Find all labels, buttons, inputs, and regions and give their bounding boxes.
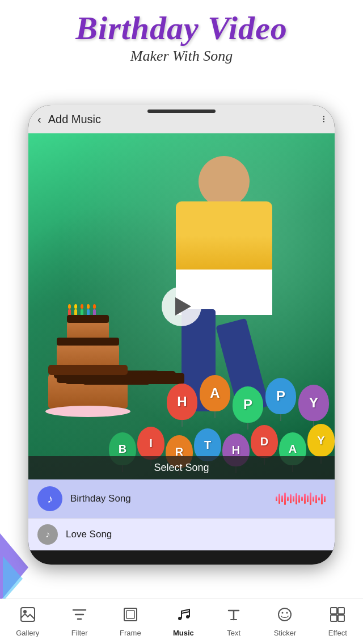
svg-rect-0 [21, 608, 35, 621]
phone-notch [147, 110, 216, 113]
deco-triangle-left2 [3, 556, 23, 601]
toolbar-music[interactable]: Music [166, 603, 201, 641]
toolbar-effect[interactable]: Effect [322, 603, 354, 641]
balloon-i: I [137, 427, 164, 460]
balloon-h: H [167, 384, 197, 420]
filter-label: Filter [71, 629, 88, 637]
music-label: Music [173, 629, 194, 637]
svg-rect-9 [331, 608, 337, 614]
back-button[interactable]: ‹ [37, 113, 41, 126]
select-song-bar: Select Song [28, 456, 335, 479]
balloon-p1: P [233, 386, 263, 423]
cake-tier-bottom [48, 372, 128, 409]
svg-point-8 [286, 612, 288, 613]
toolbar-text[interactable]: Text [219, 603, 248, 641]
svg-point-7 [282, 612, 284, 613]
svg-rect-3 [126, 611, 134, 618]
play-icon [175, 297, 191, 315]
balloon-a: A [200, 375, 230, 411]
effect-icon [330, 607, 345, 626]
svg-rect-12 [338, 615, 344, 621]
cake-plate [45, 406, 130, 417]
svg-point-6 [278, 608, 291, 621]
svg-point-4 [178, 617, 182, 620]
song-item-1[interactable]: ♪ Birthday Song [28, 479, 335, 519]
menu-icon[interactable]: ⁝ [322, 113, 326, 125]
bottom-toolbar: Gallery Filter Frame Music [0, 599, 363, 644]
svg-point-1 [23, 610, 27, 613]
song-icon-2: ♪ [37, 524, 58, 545]
gallery-label: Gallery [16, 629, 39, 637]
app-subtitle: Maker With Song [11, 48, 352, 65]
screen-title: Add Music [48, 113, 315, 126]
sticker-label: Sticker [274, 629, 297, 637]
song-icon-1: ♪ [37, 486, 62, 511]
song-list: ♪ Birthday Song [28, 479, 335, 550]
svg-rect-10 [338, 608, 344, 614]
song-name-2: Love Song [66, 529, 112, 540]
phone-mockup: ‹ Add Music ⁝ [28, 105, 335, 565]
toolbar-frame[interactable]: Frame [113, 603, 148, 641]
sticker-icon [277, 607, 293, 626]
select-song-label: Select Song [28, 456, 335, 479]
frame-label: Frame [120, 629, 141, 637]
text-icon [226, 607, 242, 626]
frame-icon [123, 607, 138, 626]
balloon-yy: Y [307, 424, 335, 457]
play-button[interactable] [162, 287, 201, 326]
happy-balloons: H A P P Y [167, 375, 329, 426]
effect-label: Effect [328, 629, 347, 637]
song-name-1: Birthday Song [70, 493, 131, 504]
app-header: Birthday Video Maker With Song [0, 0, 363, 70]
svg-rect-11 [331, 615, 337, 621]
song-item-2[interactable]: ♪ Love Song [28, 519, 335, 550]
balloon-d: D [251, 425, 278, 458]
svg-point-5 [186, 615, 189, 618]
person-head [199, 156, 250, 207]
toolbar-sticker[interactable]: Sticker [267, 603, 303, 641]
music-icon [175, 607, 191, 626]
toolbar-filter[interactable]: Filter [65, 603, 95, 641]
birthday-cake [40, 304, 142, 417]
waveform-1 [276, 493, 326, 505]
text-label: Text [227, 629, 240, 637]
filter-icon [71, 607, 87, 626]
balloon-y: Y [298, 385, 329, 421]
video-area: H A P P Y B I R T H D A Y Select Song [28, 133, 335, 479]
cake-drip [54, 367, 122, 378]
app-title: Birthday Video [11, 10, 352, 47]
toolbar-gallery[interactable]: Gallery [9, 603, 46, 641]
gallery-icon [20, 607, 36, 626]
balloon-p2: P [265, 378, 296, 414]
